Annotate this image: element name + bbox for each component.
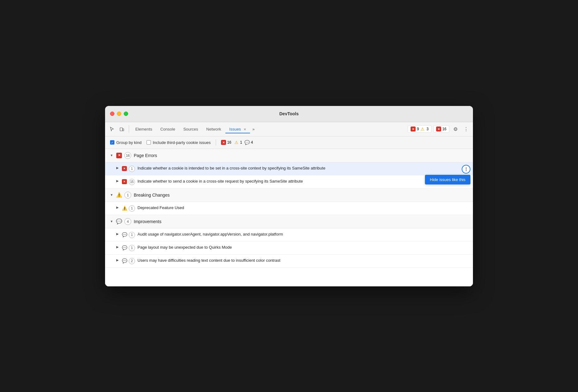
issue-row-3[interactable]: ▶ ⚠️ 1 Deprecated Feature Used bbox=[105, 202, 473, 215]
issue-count-2: 15 bbox=[129, 179, 135, 185]
issue-text-2: Indicate whether to send a cookie in a c… bbox=[137, 179, 468, 184]
expand-arrow-breaking: ▼ bbox=[110, 193, 114, 197]
options-bar: ✓ Group by kind Include third-party cook… bbox=[105, 136, 473, 149]
issue-count-1: 1 bbox=[129, 166, 135, 172]
issue-warning-icon: ⚠️ bbox=[122, 206, 127, 211]
opt-warning-icon: ⚠ bbox=[234, 140, 239, 145]
group-by-kind-checkbox[interactable]: ✓ Group by kind bbox=[110, 140, 142, 145]
issue-row-1[interactable]: ▶ ✕ 1 Indicate whether a cookie is inten… bbox=[105, 162, 473, 175]
separator bbox=[129, 125, 129, 133]
warning-icon: ⚠ bbox=[420, 127, 425, 131]
options-separator bbox=[216, 139, 216, 146]
third-party-label: Include third-party cookie issues bbox=[153, 140, 211, 145]
issue-row-5[interactable]: ▶ 💬 1 Page layout may be unexpected due … bbox=[105, 241, 473, 255]
svg-rect-0 bbox=[120, 128, 123, 131]
issue-row-4[interactable]: ▶ 💬 1 Audit usage of navigator.userAgent… bbox=[105, 228, 473, 241]
error-icon: ✕ bbox=[411, 127, 416, 131]
three-dot-button[interactable]: ⋮ bbox=[462, 165, 470, 174]
tab-list: Elements Console Sources Network Issues … bbox=[132, 125, 407, 133]
opt-warning-count: 1 bbox=[240, 140, 242, 145]
section-breaking-changes[interactable]: ▼ ⚠️ 1 Breaking Changes bbox=[105, 189, 473, 202]
issue-text-3: Deprecated Feature Used bbox=[137, 205, 468, 211]
devtools-window: DevTools Elements Console Sources Networ… bbox=[105, 106, 473, 286]
issue-count-4: 1 bbox=[129, 232, 135, 238]
tab-sources[interactable]: Sources bbox=[180, 125, 202, 133]
section-error-count: 16 bbox=[124, 152, 131, 159]
issue-expand-icon: ▶ bbox=[116, 166, 120, 170]
error-count2: 16 bbox=[442, 127, 446, 131]
toolbar: Elements Console Sources Network Issues … bbox=[105, 122, 473, 136]
section-error-icon: ✕ bbox=[116, 153, 122, 158]
issue-error-icon-2: ✕ bbox=[122, 179, 127, 184]
issue-error-icon: ✕ bbox=[122, 166, 127, 171]
more-options-button[interactable]: ⋮ bbox=[462, 125, 470, 133]
issue-row-2[interactable]: ▶ ✕ 15 Indicate whether to send a cookie… bbox=[105, 175, 473, 189]
cursor-icon[interactable] bbox=[108, 125, 116, 133]
issue-count-5: 1 bbox=[129, 245, 135, 251]
issue-expand-icon-2: ▶ bbox=[116, 179, 120, 183]
section-error-title: Page Errors bbox=[134, 153, 157, 158]
error-icon2: ✕ bbox=[436, 127, 441, 131]
window-title: DevTools bbox=[279, 111, 299, 116]
warning-count: 3 bbox=[426, 127, 429, 131]
issue-row-6[interactable]: ▶ 💬 2 Users may have difficulties readin… bbox=[105, 255, 473, 268]
issue-count-3: 1 bbox=[129, 205, 135, 212]
issue-expand-icon-4: ▶ bbox=[116, 232, 120, 236]
section-warning-title: Breaking Changes bbox=[134, 193, 170, 198]
minimize-button[interactable] bbox=[117, 112, 121, 116]
third-party-checkbox[interactable]: Include third-party cookie issues bbox=[147, 140, 211, 145]
error-warning-badge[interactable]: ✕ 9 ⚠ 3 bbox=[408, 125, 431, 133]
section-info-title: Improvements bbox=[134, 219, 161, 224]
tab-network[interactable]: Network bbox=[203, 125, 225, 133]
svg-rect-1 bbox=[123, 129, 124, 131]
options-badges: ✕ 16 ⚠ 1 💬 4 bbox=[221, 140, 253, 145]
error-count: 9 bbox=[417, 127, 419, 131]
tab-elements[interactable]: Elements bbox=[132, 125, 156, 133]
section-page-errors[interactable]: ▼ ✕ 16 Page Errors bbox=[105, 149, 473, 162]
section-warning-icon: ⚠️ bbox=[116, 192, 122, 198]
issue-info-icon-2: 💬 bbox=[122, 245, 127, 250]
issue-text-4: Audit usage of navigator.userAgent, navi… bbox=[137, 232, 468, 237]
close-button[interactable] bbox=[110, 112, 114, 116]
title-bar: DevTools bbox=[105, 106, 473, 122]
error-count-badge[interactable]: ✕ 16 bbox=[433, 125, 449, 133]
issue-expand-icon-6: ▶ bbox=[116, 258, 120, 262]
bottom-padding bbox=[105, 268, 473, 286]
issue-info-icon-3: 💬 bbox=[122, 258, 127, 263]
expand-arrow-improvements: ▼ bbox=[110, 220, 114, 223]
opt-badge-yellow[interactable]: ⚠ 1 bbox=[234, 140, 242, 145]
maximize-button[interactable] bbox=[124, 112, 128, 116]
opt-info-count: 4 bbox=[251, 140, 253, 145]
tab-issues[interactable]: Issues ✕ bbox=[225, 125, 250, 133]
opt-badge-blue[interactable]: 💬 4 bbox=[245, 140, 253, 145]
opt-error-icon: ✕ bbox=[221, 140, 226, 145]
issues-content: ▼ ✕ 16 Page Errors ▶ ✕ 1 Indicate whethe… bbox=[105, 149, 473, 286]
issue-expand-icon-3: ▶ bbox=[116, 206, 120, 209]
expand-arrow-icon: ▼ bbox=[110, 154, 114, 157]
context-menu[interactable]: Hide issues like this bbox=[425, 175, 470, 184]
issue-expand-icon-5: ▶ bbox=[116, 245, 120, 249]
settings-button[interactable]: ⚙ bbox=[451, 125, 460, 133]
checkbox-checked-icon: ✓ bbox=[110, 140, 114, 145]
group-by-kind-label: Group by kind bbox=[116, 140, 142, 145]
issue-count-6: 2 bbox=[129, 258, 135, 264]
tab-close-icon[interactable]: ✕ bbox=[243, 127, 246, 131]
more-tabs-button[interactable]: » bbox=[251, 126, 257, 133]
issue-text-5: Page layout may be unexpected due to Qui… bbox=[137, 245, 468, 250]
tab-console[interactable]: Console bbox=[157, 125, 179, 133]
toolbar-right: ✕ 9 ⚠ 3 ✕ 16 ⚙ ⋮ bbox=[408, 125, 470, 133]
section-info-count: 4 bbox=[124, 218, 131, 225]
opt-badge-red[interactable]: ✕ 16 bbox=[221, 140, 231, 145]
issue-info-icon-1: 💬 bbox=[122, 232, 127, 237]
device-toolbar-icon[interactable] bbox=[118, 125, 126, 133]
issue-text-1: Indicate whether a cookie is intended to… bbox=[137, 165, 468, 171]
issue-text-6: Users may have difficulties reading text… bbox=[137, 258, 468, 263]
opt-error-count: 16 bbox=[227, 140, 231, 145]
checkbox-empty-icon bbox=[147, 140, 151, 145]
section-info-icon: 💬 bbox=[116, 219, 122, 224]
traffic-lights bbox=[110, 112, 128, 116]
section-improvements[interactable]: ▼ 💬 4 Improvements bbox=[105, 215, 473, 228]
section-warning-count: 1 bbox=[124, 192, 131, 198]
opt-info-icon: 💬 bbox=[245, 140, 250, 145]
